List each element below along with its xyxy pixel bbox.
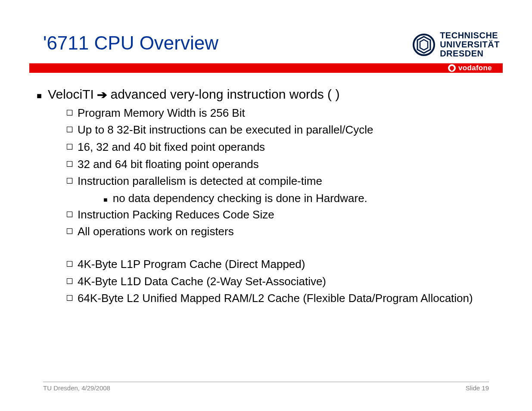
vodafone-text: vodafone	[458, 64, 492, 72]
hollow-square-icon	[67, 127, 72, 132]
hollow-square-icon	[67, 178, 72, 184]
tud-text: TECHNISCHE UNIVERSITÄT DRESDEN	[440, 31, 500, 58]
tud-line2: UNIVERSITÄT	[440, 40, 500, 49]
bullet-level2: 4K-Byte L1D Data Cache (2-Way Set-Associ…	[37, 274, 495, 290]
bullet-level2: 4K-Byte L1P Program Cache (Direct Mapped…	[37, 256, 495, 273]
vodafone-logo: vodafone	[444, 63, 503, 73]
hollow-square-icon	[67, 278, 72, 284]
bullet-level2: 16, 32 and 40 bit fixed point operands	[37, 139, 495, 156]
tud-line3: DRESDEN	[440, 49, 500, 58]
tud-emblem-icon	[412, 33, 436, 56]
bullet-level2: All operations work on registers	[37, 224, 495, 240]
tud-line1: TECHNISCHE	[440, 31, 500, 40]
square-bullet-icon: ■	[37, 86, 42, 102]
vodafone-icon	[448, 64, 456, 72]
hollow-square-icon	[67, 161, 72, 167]
hollow-square-icon	[67, 144, 72, 149]
bullet-text: VelociTI ➔ advanced very-long instructio…	[48, 86, 339, 103]
bullet-level2: Up to 8 32-Bit instructions can be execu…	[37, 122, 495, 138]
hollow-square-icon	[67, 212, 72, 217]
arrow-right-icon: ➔	[97, 87, 107, 103]
content-area: ■ VelociTI ➔ advanced very-long instruct…	[0, 73, 532, 307]
bullet-level2: Instruction Packing Reduces Code Size	[37, 207, 495, 223]
bullet-level3: ■no data dependency checking is done in …	[37, 190, 495, 207]
hollow-square-icon	[67, 295, 72, 301]
bullet-level2: Instruction parallelism is detected at c…	[37, 173, 495, 190]
hollow-square-icon	[67, 261, 72, 267]
bullet-level1: ■ VelociTI ➔ advanced very-long instruct…	[37, 86, 495, 103]
slide: '6711 CPU Overview TECHNISCHE UNIVERSITÄ…	[0, 0, 532, 411]
footer-left: TU Dresden, 4/29/2008	[43, 384, 110, 392]
square-bullet-icon: ■	[103, 190, 108, 205]
bullet-level2: Program Memory Width is 256 Bit	[37, 105, 495, 121]
footer-right: Slide 19	[466, 384, 489, 392]
bullet-level2: 32 and 64 bit floating point operands	[37, 156, 495, 173]
bullet-level2: 64K-Byte L2 Unified Mapped RAM/L2 Cache …	[37, 290, 495, 307]
svg-marker-2	[420, 40, 428, 50]
hollow-square-icon	[67, 228, 72, 234]
hollow-square-icon	[67, 110, 72, 115]
svg-point-0	[414, 34, 434, 55]
title-area: '6711 CPU Overview TECHNISCHE UNIVERSITÄ…	[0, 0, 532, 54]
spacer	[37, 241, 495, 256]
footer: TU Dresden, 4/29/2008 Slide 19	[43, 382, 489, 392]
red-divider-bar: vodafone	[29, 63, 503, 73]
tud-logo: TECHNISCHE UNIVERSITÄT DRESDEN	[412, 31, 500, 58]
